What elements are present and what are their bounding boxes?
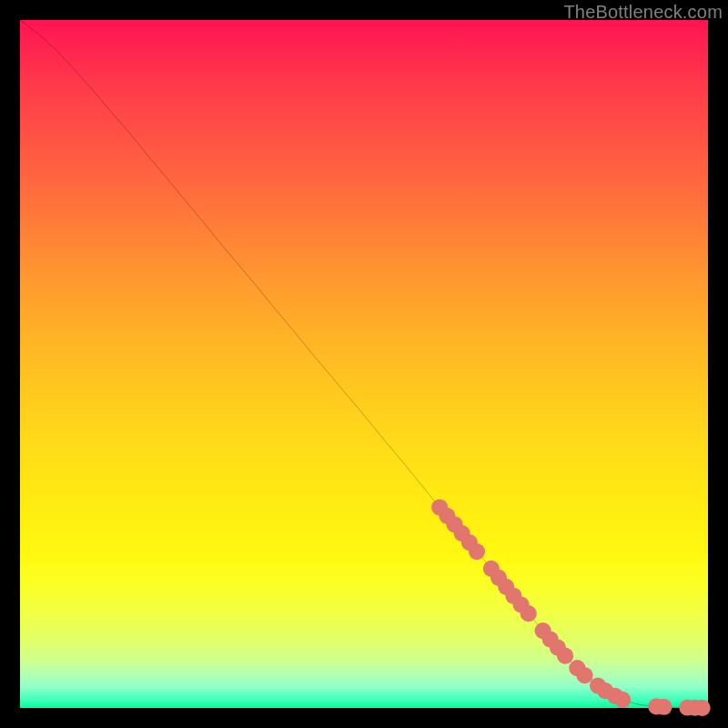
- marker-dot: [614, 692, 631, 708]
- marker-dot: [557, 648, 573, 664]
- plot-area: [20, 20, 708, 708]
- chart-stage: TheBottleneck.com: [0, 0, 728, 728]
- marker-dot: [694, 700, 711, 716]
- watermark-text: TheBottleneck.com: [563, 2, 723, 23]
- marker-dot: [521, 605, 537, 622]
- marker-dot: [655, 699, 672, 715]
- marker-dot: [469, 543, 485, 560]
- plot-svg: [20, 20, 708, 708]
- bottleneck-curve: [20, 20, 708, 708]
- marker-dot: [576, 667, 592, 683]
- marker-clusters: [431, 499, 711, 716]
